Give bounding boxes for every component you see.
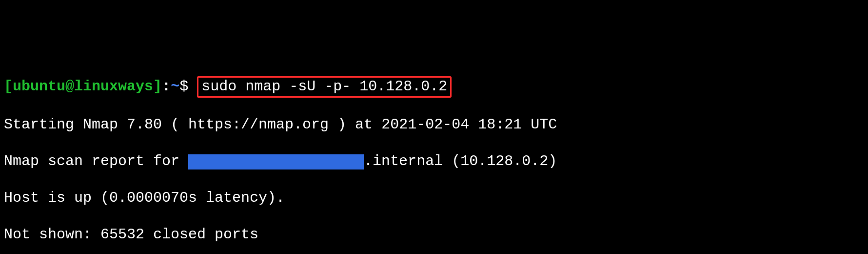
- prompt-user: ubuntu: [13, 78, 65, 95]
- report-prefix: Nmap scan report for: [4, 153, 188, 169]
- output-host-up: Host is up (0.0000070s latency).: [4, 189, 864, 208]
- redacted-hostname: [188, 154, 364, 170]
- prompt-space: [188, 78, 197, 95]
- bracket-open-icon: [: [4, 78, 13, 95]
- prompt-at: @: [65, 78, 74, 95]
- prompt-dollar: $: [179, 78, 188, 95]
- bracket-close-icon: ]: [153, 78, 162, 95]
- prompt-line[interactable]: [ubuntu@linuxways]:~$ sudo nmap -sU -p- …: [4, 76, 864, 98]
- output-scan-report: Nmap scan report for .internal (10.128.0…: [4, 152, 864, 171]
- report-suffix: .internal (10.128.0.2): [364, 153, 557, 169]
- output-starting: Starting Nmap 7.80 ( https://nmap.org ) …: [4, 116, 864, 134]
- prompt-host: linuxways: [74, 78, 153, 95]
- prompt-cwd: ~: [171, 78, 179, 95]
- output-not-shown: Not shown: 65532 closed ports: [4, 226, 864, 244]
- prompt-colon: :: [162, 78, 171, 95]
- command-highlight-box: sudo nmap -sU -p- 10.128.0.2: [197, 76, 452, 98]
- command-text: sudo nmap -sU -p- 10.128.0.2: [201, 78, 447, 95]
